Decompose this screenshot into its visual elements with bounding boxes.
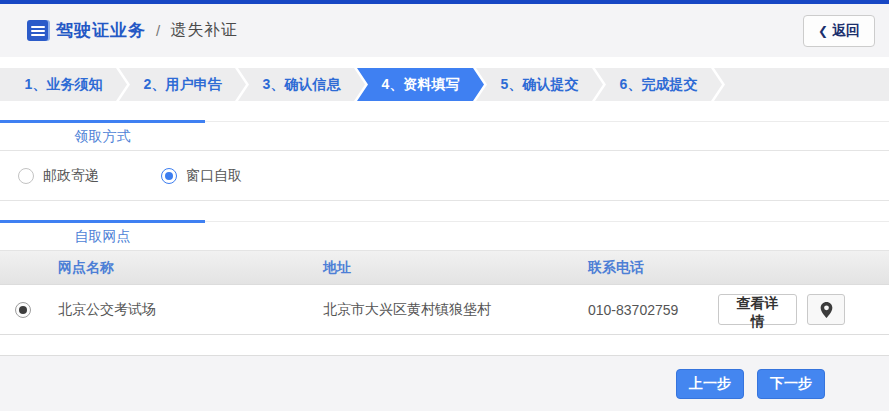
page-subtitle: 遗失补证 bbox=[170, 20, 238, 41]
pickup-method-options: 邮政寄递 窗口自取 bbox=[0, 151, 889, 201]
progress-steps: 1、业务须知 2、用户申告 3、确认信息 4、资料填写 5、确认提交 6、完成提… bbox=[0, 68, 889, 101]
header-outlet-name: 网点名称 bbox=[58, 259, 323, 277]
back-button[interactable]: ❮ 返回 bbox=[803, 15, 875, 47]
next-step-button[interactable]: 下一步 bbox=[757, 369, 825, 399]
page-title: 驾驶证业务 bbox=[56, 19, 146, 42]
outlet-row: 北京公交考试场 北京市大兴区黄村镇狼垡村 010-83702759 查看详情 bbox=[0, 285, 889, 335]
step-bar-filler bbox=[714, 68, 889, 101]
outlet-phone: 010-83702759 bbox=[588, 302, 718, 318]
tab-pickup-outlets: 自取网点 bbox=[0, 220, 205, 250]
pickup-outlets-label: 自取网点 bbox=[75, 228, 131, 246]
view-details-button[interactable]: 查看详情 bbox=[718, 294, 797, 325]
outlet-name: 北京公交考试场 bbox=[58, 301, 323, 319]
radio-selected-icon[interactable] bbox=[161, 168, 177, 184]
postal-delivery-label: 邮政寄递 bbox=[43, 167, 99, 185]
step-6-complete-submit[interactable]: 6、完成提交 bbox=[595, 68, 722, 101]
prev-step-button[interactable]: 上一步 bbox=[676, 369, 744, 399]
location-pin-icon bbox=[820, 302, 833, 318]
license-replacement-page: 驾驶证业务 / 遗失补证 ❮ 返回 1、业务须知 2、用户申告 3、确认信息 4… bbox=[0, 0, 889, 415]
step-4-fill-in-data[interactable]: 4、资料填写 bbox=[357, 68, 484, 101]
page-header: 驾驶证业务 / 遗失补证 ❮ 返回 bbox=[0, 4, 889, 57]
header-address: 地址 bbox=[323, 259, 588, 277]
pickup-method-tab-row: 领取方式 bbox=[0, 121, 889, 151]
pickup-outlets-section: 自取网点 网点名称 地址 联系电话 北京公交考试场 北京市大兴区黄村镇狼垡村 0… bbox=[0, 221, 889, 335]
outlets-table: 网点名称 地址 联系电话 北京公交考试场 北京市大兴区黄村镇狼垡村 010-83… bbox=[0, 251, 889, 335]
outlets-table-header: 网点名称 地址 联系电话 bbox=[0, 251, 889, 285]
step-3-confirm-info[interactable]: 3、确认信息 bbox=[238, 68, 365, 101]
radio-window-pickup[interactable]: 窗口自取 bbox=[161, 167, 242, 185]
chevron-left-icon: ❮ bbox=[818, 24, 828, 38]
tab-pickup-method: 领取方式 bbox=[0, 120, 205, 150]
radio-unselected-icon[interactable] bbox=[18, 168, 34, 184]
step-5-confirm-submit[interactable]: 5、确认提交 bbox=[476, 68, 603, 101]
outlet-address: 北京市大兴区黄村镇狼垡村 bbox=[323, 301, 588, 319]
footer-actions: 上一步 下一步 bbox=[0, 355, 889, 411]
pickup-outlets-tab-row: 自取网点 bbox=[0, 221, 889, 251]
pickup-method-label: 领取方式 bbox=[75, 128, 131, 146]
step-1-business-notice[interactable]: 1、业务须知 bbox=[0, 68, 127, 101]
radio-postal-delivery[interactable]: 邮政寄递 bbox=[18, 167, 99, 185]
pickup-method-section: 领取方式 邮政寄递 窗口自取 bbox=[0, 121, 889, 201]
back-button-label: 返回 bbox=[832, 22, 860, 40]
window-pickup-label: 窗口自取 bbox=[186, 167, 242, 185]
outlet-row-radio[interactable] bbox=[15, 302, 31, 318]
license-card-icon bbox=[27, 20, 48, 41]
header-phone: 联系电话 bbox=[588, 259, 718, 277]
breadcrumb: 驾驶证业务 / 遗失补证 bbox=[27, 19, 238, 42]
breadcrumb-separator: / bbox=[156, 22, 160, 39]
map-pin-button[interactable] bbox=[807, 294, 845, 325]
step-2-user-declaration[interactable]: 2、用户申告 bbox=[119, 68, 246, 101]
